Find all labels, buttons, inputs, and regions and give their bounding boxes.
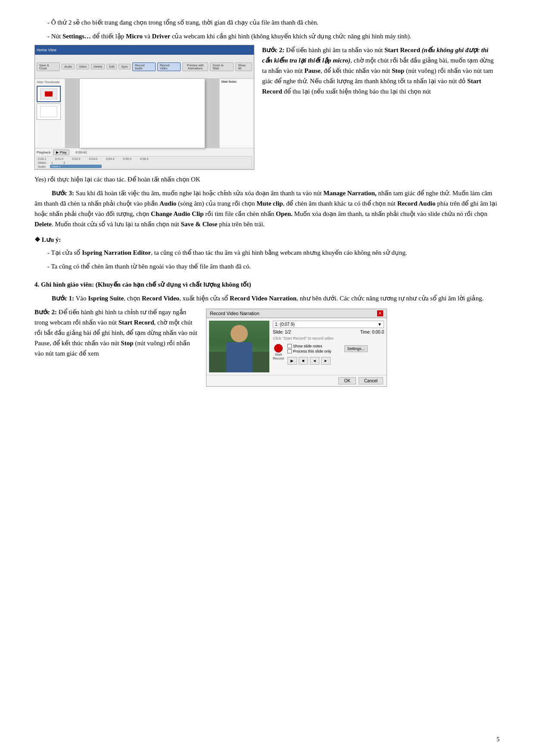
screenshot-col: Home View Save & Close Audio Video Delet… bbox=[34, 45, 254, 170]
step2-text1: Để tiến hành ghi âm ta nhấn vào nút bbox=[284, 47, 384, 53]
record-audio-btn[interactable]: Record Audio bbox=[132, 62, 156, 71]
buoc4-2-label: Bước 2: bbox=[34, 309, 57, 316]
chevron-down-icon: ▼ bbox=[378, 322, 382, 327]
preview-btn[interactable]: Preview with Animations bbox=[182, 62, 208, 71]
rvb-title: Record Video Narration bbox=[210, 311, 259, 316]
buoc4-2-para: Bước 2: Để tiến hành ghi hình ta chỉnh t… bbox=[34, 307, 198, 359]
play-button[interactable]: ▶ Play bbox=[53, 150, 69, 155]
rvb-main-controls: Start Record Show slide notes bbox=[273, 344, 384, 365]
slide-thumb-1[interactable] bbox=[37, 86, 61, 102]
audio-track-label: Audio 1 bbox=[52, 165, 60, 168]
buoc4-1-label: Bước 1: bbox=[52, 295, 74, 302]
step2-text3: , để kết thúc nhấn vào nút bbox=[321, 67, 392, 74]
ppt-main-area bbox=[65, 79, 219, 148]
process-slide-only-checkbox[interactable] bbox=[287, 349, 292, 353]
para2-rest: để thiết lập bbox=[91, 33, 126, 40]
ppt-toolbar: Save & Close Audio Video Delete Edit Syn… bbox=[35, 55, 254, 79]
edit-btn[interactable]: Edit bbox=[106, 64, 117, 69]
para1: - Ô thứ 2 sẽ cho biết trang đang chọn tr… bbox=[34, 17, 500, 28]
rvb-red-circle bbox=[274, 344, 283, 353]
audio-row-label: Audio bbox=[38, 165, 46, 168]
process-slide-only-row: Process this slide only bbox=[287, 349, 331, 353]
rvb-checkboxes: Show slide notes Process this slide only bbox=[287, 344, 331, 353]
show-slide-notes-row: Show slide notes bbox=[287, 344, 331, 348]
rvb-time-label: Time: 0:00.0 bbox=[360, 330, 384, 334]
ppt-sidebar: Slide Thumbnails bbox=[35, 79, 65, 148]
note1-prefix: - Tại cửa sổ bbox=[47, 249, 82, 256]
ppt-ribbon: Home View bbox=[35, 45, 254, 55]
buoc3-text8: . Muốn thoát cửa sổ và lưu lại ta nhấn c… bbox=[52, 221, 181, 228]
start-record-b: Start Record bbox=[119, 319, 154, 326]
show-all-btn[interactable]: Show All bbox=[235, 62, 252, 71]
slide-thumb-2[interactable] bbox=[37, 103, 61, 120]
save-close-label: Save & Close bbox=[181, 221, 218, 228]
time-display: 0:00:41 bbox=[75, 150, 87, 154]
transport-stop-btn[interactable]: ■ bbox=[299, 357, 308, 365]
ribbon-text: Home View bbox=[37, 48, 56, 52]
rvb-slide-dropdown[interactable]: 1: (0:07.9) ▼ bbox=[273, 321, 384, 328]
step2-para: Bước 2: Để tiến hành ghi âm ta nhấn vào … bbox=[262, 45, 500, 97]
buoc4-2-two-col: Bước 2: Để tiến hành ghi hình ta chỉnh t… bbox=[34, 307, 500, 387]
ispring-suite: Ispring Suite bbox=[88, 295, 124, 302]
record-video-btn[interactable]: Record Video bbox=[157, 62, 181, 71]
video-btn[interactable]: Video bbox=[76, 64, 89, 69]
record-audio: Record Audio bbox=[397, 200, 436, 207]
settings-bold: Settings… bbox=[62, 33, 91, 40]
buoc3-para: Bước 3: Sau khi đã hoàn tất việc thu âm,… bbox=[34, 188, 500, 229]
buoc3-text1: Sau khi đã hoàn tất việc thu âm, muốn ng… bbox=[74, 190, 323, 197]
person-body bbox=[226, 342, 252, 372]
driver-bold: Driver bbox=[152, 33, 170, 40]
step2-text5: để thu lại (nếu xuất hiện thông báo thu … bbox=[282, 88, 431, 95]
slide-notes-panel: Slide Notes bbox=[219, 79, 254, 148]
page: - Ô thứ 2 sẽ cho biết trang đang chọn tr… bbox=[0, 0, 534, 756]
timeline: 0:00.10:01.00:02.00:03.00:04.00:05.00:06… bbox=[37, 156, 252, 169]
audio-bold: Audio bbox=[159, 200, 176, 207]
record-video: Record Video bbox=[142, 295, 179, 302]
stop-label: Stop bbox=[392, 67, 404, 74]
delete-btn[interactable]: Delete bbox=[91, 64, 105, 69]
show-slide-notes-checkbox[interactable] bbox=[287, 344, 292, 348]
slide-notes-label: Slide Notes bbox=[221, 80, 253, 83]
buoc3-text3: (sóng âm) của trang rồi chọn bbox=[176, 200, 256, 207]
slides-row-label: Slides bbox=[38, 161, 46, 164]
note2-para: - Ta cũng có thể chèn âm thanh từ bên ng… bbox=[34, 261, 500, 272]
sync-btn[interactable]: Sync bbox=[119, 64, 131, 69]
buoc4-1-text4: , như bên dưới. Các chức năng tương tự n… bbox=[297, 295, 484, 302]
rvb-record-label: Record bbox=[273, 356, 284, 360]
ppt-screenshot: Home View Save & Close Audio Video Delet… bbox=[34, 45, 254, 170]
show-slide-notes-label: Show slide notes bbox=[293, 344, 322, 348]
rvb-cancel-button[interactable]: Cancel bbox=[359, 377, 383, 384]
pause-label: Pause bbox=[304, 67, 321, 74]
note-heading-text: ❖ Lưu ý: bbox=[34, 236, 61, 243]
transport-play-btn[interactable]: ▶ bbox=[287, 357, 297, 365]
delete-label: Delete bbox=[34, 221, 52, 228]
rvb-hint: Click "Start Record" to record video bbox=[273, 336, 384, 341]
rvb-ok-button[interactable]: OK bbox=[338, 377, 356, 384]
rvb-close-button[interactable]: ✕ bbox=[377, 310, 383, 316]
transport-back-btn[interactable]: ◄ bbox=[310, 357, 319, 365]
webcam-person-bg bbox=[209, 321, 269, 372]
audio-btn[interactable]: Audio bbox=[62, 64, 75, 69]
para2-and: và bbox=[143, 33, 152, 40]
rvb-transport-controls: ▶ ■ ◄ ► bbox=[287, 357, 368, 365]
mute-clip: Mute clip bbox=[256, 200, 283, 207]
zoom-btn[interactable]: Zoom to Slide bbox=[210, 62, 234, 71]
ppt-body: Slide Thumbnails bbox=[35, 79, 254, 148]
playback-label: Playback bbox=[37, 150, 50, 154]
buoc4-1-text3: , xuất hiện cửa sổ bbox=[179, 295, 230, 302]
transport-fwd-btn[interactable]: ► bbox=[321, 357, 331, 365]
section4-heading: 4. Ghi hình giáo viên: (Khuyến cáo hạn c… bbox=[34, 279, 500, 290]
open-label: Open. bbox=[276, 210, 293, 217]
save-close-btn[interactable]: Save & Close bbox=[37, 62, 60, 71]
rvb-footer: OK Cancel bbox=[206, 375, 387, 386]
para3-text: Yes) rồi thực hiện lại các thao tác. Để … bbox=[34, 176, 200, 183]
buoc3-label: Bước 3: bbox=[52, 190, 74, 197]
rvb-settings-button[interactable]: Settings... bbox=[344, 345, 368, 352]
para2: - Nút Settings… để thiết lập Micro và Dr… bbox=[34, 31, 500, 41]
ispring-narration-editor: Ispring Narration Editor bbox=[82, 249, 151, 256]
step2-text-col: Bước 2: Để tiến hành ghi âm ta nhấn vào … bbox=[262, 45, 500, 100]
record-video-narration: Record Video Narration bbox=[230, 295, 297, 302]
step2-two-col: Home View Save & Close Audio Video Delet… bbox=[34, 45, 500, 170]
buoc3-text7: Muốn xóa đoạn âm thanh, ta nhấn phải chu… bbox=[293, 210, 487, 217]
buoc4-2-text-col: Bước 2: Để tiến hành ghi hình ta chỉnh t… bbox=[34, 307, 198, 362]
